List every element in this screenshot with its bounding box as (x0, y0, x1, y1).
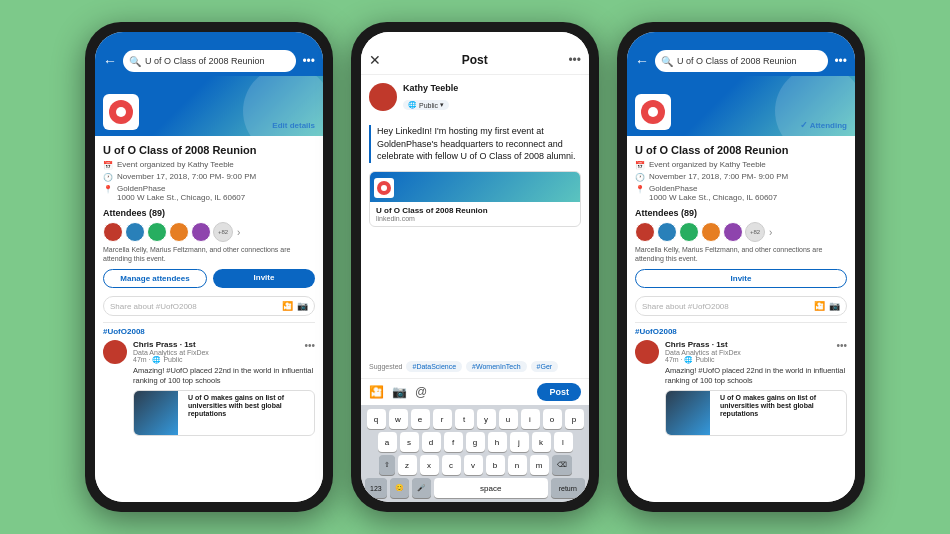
kb-mic[interactable]: 🎤 (412, 478, 431, 498)
hashtag-right[interactable]: #UofO2008 (635, 327, 847, 336)
meta-location-left: 📍 GoldenPhase1000 W Lake St., Chicago, I… (103, 184, 315, 202)
post-body-text-middle[interactable]: Hey LinkedIn! I'm hosting my first event… (369, 125, 581, 163)
close-icon-middle[interactable]: ✕ (369, 52, 381, 68)
kb-b[interactable]: b (486, 455, 505, 475)
kb-a[interactable]: a (378, 432, 397, 452)
avatar-3-left (147, 222, 167, 242)
share-bar-left[interactable]: Share about #UofO2008 🎦 📷 (103, 296, 315, 316)
kb-123[interactable]: 123 (365, 478, 387, 498)
kb-p[interactable]: p (565, 409, 584, 429)
kb-c[interactable]: c (442, 455, 461, 475)
edit-details-btn[interactable]: Edit details (272, 121, 315, 130)
kb-w[interactable]: w (389, 409, 408, 429)
kb-y[interactable]: y (477, 409, 496, 429)
news-card-left[interactable]: U of O makes gains on list of universiti… (133, 390, 315, 436)
location-icon-right: 📍 (635, 185, 645, 194)
attendees-section-left: Attendees (89) +82 › Marcella Kelly, Mar… (103, 208, 315, 263)
kb-row-1: q w e r t y u i o p (365, 409, 585, 429)
share-text-left: Share about #UofO2008 (110, 302, 278, 311)
video-icon-middle[interactable]: 🎦 (369, 385, 384, 399)
kb-return[interactable]: return (551, 478, 585, 498)
dots-icon-right[interactable]: ••• (834, 54, 847, 68)
camera-icon-middle[interactable]: 📷 (392, 385, 407, 399)
kb-d[interactable]: d (422, 432, 441, 452)
avatar-plus-left: +82 (213, 222, 233, 242)
share-bar-right[interactable]: Share about #UofO2008 🎦 📷 (635, 296, 847, 316)
kb-v[interactable]: v (464, 455, 483, 475)
attendees-row-right[interactable]: +82 › (635, 222, 847, 242)
kb-f[interactable]: f (444, 432, 463, 452)
post-dots-right[interactable]: ••• (836, 340, 847, 364)
kb-backspace[interactable]: ⌫ (552, 455, 572, 475)
logo-circle-preview (377, 181, 391, 195)
search-bar-left[interactable]: 🔍 U of O Class of 2008 Reunion (123, 50, 296, 72)
kb-o[interactable]: o (543, 409, 562, 429)
author-name-middle: Kathy Teeble (403, 83, 581, 93)
back-icon-left[interactable]: ← (103, 53, 117, 69)
content-right: U of O Class of 2008 Reunion 📅 Event org… (627, 136, 855, 502)
camera-icon-right[interactable]: 📷 (829, 301, 840, 311)
manage-attendees-btn[interactable]: Manage attendees (103, 269, 207, 288)
search-bar-right[interactable]: 🔍 U of O Class of 2008 Reunion (655, 50, 828, 72)
meta-organizer-left: 📅 Event organized by Kathy Teeble (103, 160, 315, 170)
kb-q[interactable]: q (367, 409, 386, 429)
dots-icon-middle[interactable]: ••• (568, 53, 581, 67)
back-icon-right[interactable]: ← (635, 53, 649, 69)
kb-h[interactable]: h (488, 432, 507, 452)
top-nav-left: ← 🔍 U of O Class of 2008 Reunion ••• (95, 46, 323, 76)
invite-btn-right[interactable]: Invite (635, 269, 847, 288)
avatar-2-right (657, 222, 677, 242)
kb-j[interactable]: j (510, 432, 529, 452)
kb-row-4: 123 😊 🎤 space return (365, 478, 585, 498)
post-avatar-right (635, 340, 659, 364)
event-preview-card[interactable]: U of O Class of 2008 Reunion linkedin.co… (369, 171, 581, 227)
kb-m[interactable]: m (530, 455, 549, 475)
kb-x[interactable]: x (420, 455, 439, 475)
chevron-right-right[interactable]: › (769, 227, 772, 238)
kb-emoji[interactable]: 😊 (390, 478, 409, 498)
attending-text: Attending (810, 121, 847, 130)
invite-btn-left[interactable]: Invite (213, 269, 315, 288)
kb-g[interactable]: g (466, 432, 485, 452)
kb-n[interactable]: n (508, 455, 527, 475)
kb-e[interactable]: e (411, 409, 430, 429)
kb-k[interactable]: k (532, 432, 551, 452)
attendees-desc-left: Marcella Kelly, Marius Feltzmann, and ot… (103, 245, 315, 263)
kb-z[interactable]: z (398, 455, 417, 475)
post-time-left: 47m · 🌐 Public (133, 356, 209, 364)
kb-u[interactable]: u (499, 409, 518, 429)
post-button[interactable]: Post (537, 383, 581, 401)
kb-space[interactable]: space (434, 478, 548, 498)
phone-left: ← 🔍 U of O Class of 2008 Reunion ••• Edi… (85, 22, 333, 512)
phone-right-screen: ← 🔍 U of O Class of 2008 Reunion ••• ✓ A… (627, 32, 855, 502)
kb-r[interactable]: r (433, 409, 452, 429)
news-img-left (134, 391, 178, 435)
attendees-row-left[interactable]: +82 › (103, 222, 315, 242)
tag-pill-1[interactable]: #DataScience (406, 361, 462, 372)
chevron-right-left[interactable]: › (237, 227, 240, 238)
camera-icon-left[interactable]: 📷 (297, 301, 308, 311)
logo-inner-preview (381, 185, 387, 191)
kb-shift[interactable]: ⇧ (379, 455, 395, 475)
public-badge-middle[interactable]: 🌐 Public ▾ (403, 100, 449, 110)
video-icon-right[interactable]: 🎦 (814, 301, 825, 311)
check-icon: ✓ (800, 120, 808, 130)
news-card-right[interactable]: U of O makes gains on list of universiti… (665, 390, 847, 436)
video-icon-left[interactable]: 🎦 (282, 301, 293, 311)
kb-i[interactable]: i (521, 409, 540, 429)
divider-left (103, 322, 315, 323)
buttons-row-left: Manage attendees Invite (103, 269, 315, 288)
kb-l[interactable]: l (554, 432, 573, 452)
post-dots-left[interactable]: ••• (304, 340, 315, 364)
tag-pill-3[interactable]: #Ger (531, 361, 559, 372)
dots-icon-left[interactable]: ••• (302, 54, 315, 68)
hashtag-left[interactable]: #UofO2008 (103, 327, 315, 336)
avatar-4-right (701, 222, 721, 242)
status-bar-right (627, 32, 855, 46)
avatar-1-left (103, 222, 123, 242)
kb-t[interactable]: t (455, 409, 474, 429)
tag-pill-2[interactable]: #WomenInTech (466, 361, 527, 372)
mention-icon-middle[interactable]: @ (415, 385, 427, 399)
suggested-label: Suggested (369, 363, 402, 370)
kb-s[interactable]: s (400, 432, 419, 452)
